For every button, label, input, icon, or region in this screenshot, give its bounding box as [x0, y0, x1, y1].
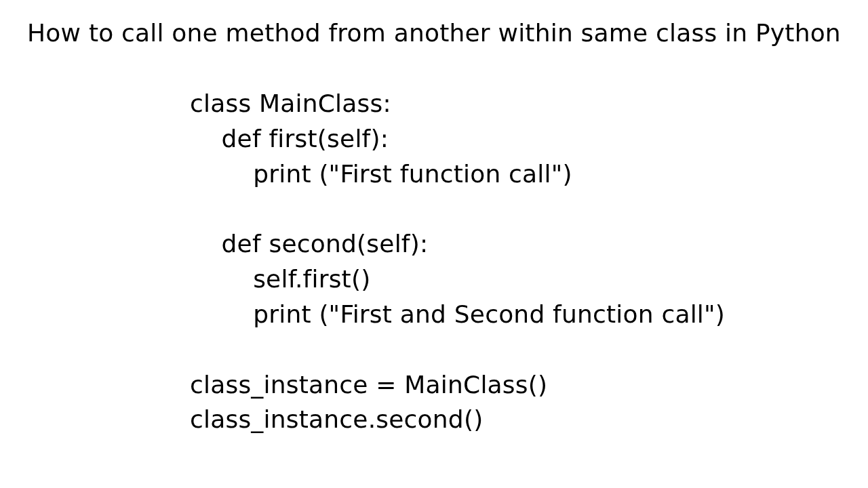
code-example: class MainClass: def first(self): print …	[0, 86, 868, 437]
document-page: How to call one method from another with…	[0, 0, 868, 488]
page-title: How to call one method from another with…	[0, 19, 868, 47]
